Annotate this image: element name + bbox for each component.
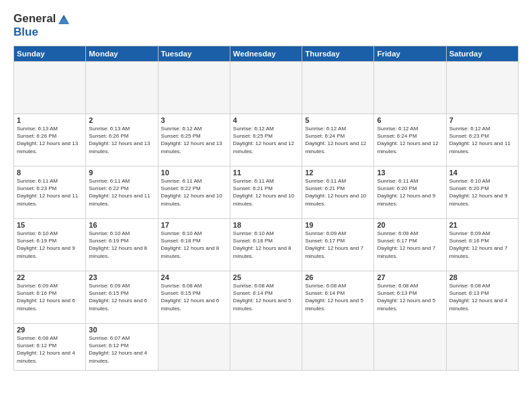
calendar-cell [302,324,374,371]
calendar-cell: 4Sunrise: 6:12 AMSunset: 6:25 PMDaylight… [230,114,302,167]
day-number: 18 [233,221,299,229]
calendar-cell: 13Sunrise: 6:11 AMSunset: 6:20 PMDayligh… [374,167,446,219]
day-number: 16 [89,221,154,229]
calendar-cell: 9Sunrise: 6:11 AMSunset: 6:22 PMDaylight… [86,167,158,219]
day-number: 14 [449,169,515,177]
day-number: 30 [89,326,154,334]
day-info: Sunrise: 6:08 AMSunset: 6:14 PMDaylight:… [305,282,371,312]
day-info: Sunrise: 6:10 AMSunset: 6:20 PMDaylight:… [449,177,515,208]
col-sunday: Sunday [14,46,86,62]
calendar-cell [14,62,86,114]
day-number: 6 [377,116,443,124]
day-number: 28 [449,273,515,281]
calendar-cell: 27Sunrise: 6:08 AMSunset: 6:13 PMDayligh… [374,271,446,324]
day-number: 9 [89,169,154,177]
day-info: Sunrise: 6:13 AMSunset: 6:26 PMDaylight:… [89,125,154,155]
day-info: Sunrise: 6:08 AMSunset: 6:13 PMDaylight:… [449,282,515,312]
header: General Blue [13,12,519,39]
calendar-cell: 17Sunrise: 6:10 AMSunset: 6:18 PMDayligh… [158,219,230,271]
day-info: Sunrise: 6:08 AMSunset: 6:14 PMDaylight:… [233,282,299,312]
calendar-cell [86,62,158,114]
day-number: 19 [305,221,371,229]
day-number: 29 [17,326,83,334]
calendar-cell: 3Sunrise: 6:12 AMSunset: 6:25 PMDaylight… [158,114,230,167]
calendar-cell [446,324,518,371]
day-info: Sunrise: 6:07 AMSunset: 6:12 PMDaylight:… [89,334,154,365]
calendar-cell: 25Sunrise: 6:08 AMSunset: 6:14 PMDayligh… [230,271,302,324]
day-info: Sunrise: 6:09 AMSunset: 6:16 PMDaylight:… [449,230,515,260]
day-info: Sunrise: 6:12 AMSunset: 6:23 PMDaylight:… [449,125,515,155]
day-number: 10 [161,169,227,177]
calendar-cell: 18Sunrise: 6:10 AMSunset: 6:18 PMDayligh… [230,219,302,271]
day-info: Sunrise: 6:10 AMSunset: 6:19 PMDaylight:… [17,230,83,260]
calendar-cell [302,62,374,114]
calendar-cell: 20Sunrise: 6:09 AMSunset: 6:17 PMDayligh… [374,219,446,271]
calendar-cell: 12Sunrise: 6:11 AMSunset: 6:21 PMDayligh… [302,167,374,219]
logo-blue: Blue [13,26,38,38]
calendar-cell: 23Sunrise: 6:09 AMSunset: 6:15 PMDayligh… [86,271,158,324]
day-info: Sunrise: 6:11 AMSunset: 6:23 PMDaylight:… [17,177,83,208]
calendar-cell: 6Sunrise: 6:12 AMSunset: 6:24 PMDaylight… [374,114,446,167]
day-info: Sunrise: 6:11 AMSunset: 6:21 PMDaylight:… [233,177,299,208]
logo: General Blue [13,12,71,39]
calendar-cell: 10Sunrise: 6:11 AMSunset: 6:22 PMDayligh… [158,167,230,219]
svg-marker-1 [58,17,69,24]
day-info: Sunrise: 6:11 AMSunset: 6:21 PMDaylight:… [305,177,371,208]
day-info: Sunrise: 6:12 AMSunset: 6:25 PMDaylight:… [233,125,299,155]
calendar-cell: 15Sunrise: 6:10 AMSunset: 6:19 PMDayligh… [14,219,86,271]
calendar-cell: 28Sunrise: 6:08 AMSunset: 6:13 PMDayligh… [446,271,518,324]
day-info: Sunrise: 6:10 AMSunset: 6:18 PMDaylight:… [161,230,227,260]
calendar-cell [230,324,302,371]
day-info: Sunrise: 6:12 AMSunset: 6:24 PMDaylight:… [305,125,371,155]
day-number: 17 [161,221,227,229]
day-number: 15 [17,221,83,229]
day-info: Sunrise: 6:09 AMSunset: 6:16 PMDaylight:… [17,282,83,312]
calendar-cell [374,324,446,371]
calendar-cell: 8Sunrise: 6:11 AMSunset: 6:23 PMDaylight… [14,167,86,219]
day-number: 27 [377,273,443,281]
calendar-cell: 19Sunrise: 6:09 AMSunset: 6:17 PMDayligh… [302,219,374,271]
calendar-table: Sunday Monday Tuesday Wednesday Thursday… [13,46,519,371]
col-saturday: Saturday [446,46,518,62]
day-info: Sunrise: 6:11 AMSunset: 6:22 PMDaylight:… [161,177,227,208]
day-info: Sunrise: 6:08 AMSunset: 6:15 PMDaylight:… [161,282,227,312]
day-number: 24 [161,273,227,281]
calendar-cell: 1Sunrise: 6:13 AMSunset: 6:26 PMDaylight… [14,114,86,167]
calendar-cell: 2Sunrise: 6:13 AMSunset: 6:26 PMDaylight… [86,114,158,167]
day-number: 4 [233,116,299,124]
logo-general: General [13,12,56,26]
day-number: 11 [233,169,299,177]
day-number: 12 [305,169,371,177]
day-number: 23 [89,273,154,281]
calendar-cell: 29Sunrise: 6:08 AMSunset: 6:12 PMDayligh… [14,324,86,371]
day-info: Sunrise: 6:08 AMSunset: 6:12 PMDaylight:… [17,334,83,365]
calendar-cell: 7Sunrise: 6:12 AMSunset: 6:23 PMDaylight… [446,114,518,167]
day-number: 21 [449,221,515,229]
calendar-cell: 5Sunrise: 6:12 AMSunset: 6:24 PMDaylight… [302,114,374,167]
day-number: 5 [305,116,371,124]
day-number: 20 [377,221,443,229]
day-number: 7 [449,116,515,124]
calendar-cell: 24Sunrise: 6:08 AMSunset: 6:15 PMDayligh… [158,271,230,324]
calendar-cell [230,62,302,114]
logo-icon [57,12,71,26]
day-info: Sunrise: 6:12 AMSunset: 6:25 PMDaylight:… [161,125,227,155]
col-tuesday: Tuesday [158,46,230,62]
day-number: 26 [305,273,371,281]
day-number: 22 [17,273,83,281]
day-info: Sunrise: 6:12 AMSunset: 6:24 PMDaylight:… [377,125,443,155]
day-number: 13 [377,169,443,177]
calendar-cell: 22Sunrise: 6:09 AMSunset: 6:16 PMDayligh… [14,271,86,324]
calendar-cell [158,324,230,371]
col-monday: Monday [86,46,158,62]
page: General Blue Sunday Monday Tuesday Wedne… [0,0,532,411]
calendar-cell [446,62,518,114]
col-wednesday: Wednesday [230,46,302,62]
day-info: Sunrise: 6:08 AMSunset: 6:13 PMDaylight:… [377,282,443,312]
calendar-cell: 26Sunrise: 6:08 AMSunset: 6:14 PMDayligh… [302,271,374,324]
day-info: Sunrise: 6:13 AMSunset: 6:26 PMDaylight:… [17,125,83,155]
calendar-cell: 16Sunrise: 6:10 AMSunset: 6:19 PMDayligh… [86,219,158,271]
calendar-cell [374,62,446,114]
calendar-cell: 11Sunrise: 6:11 AMSunset: 6:21 PMDayligh… [230,167,302,219]
day-number: 1 [17,116,83,124]
